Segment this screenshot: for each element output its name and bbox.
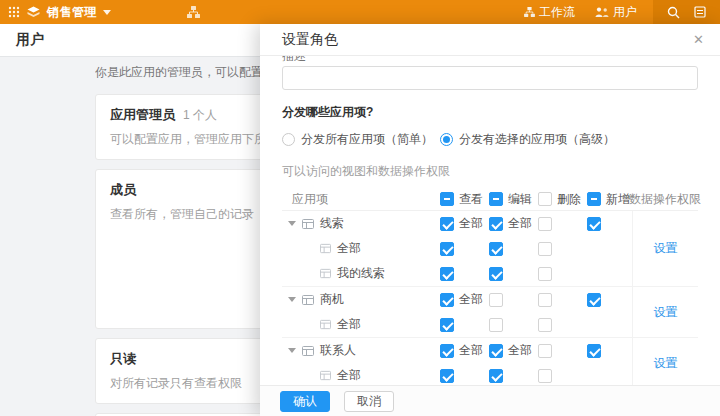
perm-checkbox[interactable] (587, 344, 601, 358)
radio-icon (282, 133, 295, 146)
header-col-查看: 查看 (440, 191, 489, 208)
settings-link[interactable]: 设置 (654, 355, 678, 372)
table-body: 线索全部全部全部我的线索设置商机全部全部设置联系人全部全部全部设置客户- (282, 211, 698, 385)
caret-down-icon[interactable] (288, 348, 296, 353)
app-logo-icon (26, 6, 41, 19)
table-caption: 可以访问的视图和数据操作权限 (282, 163, 698, 180)
row-name-cell[interactable]: 我的线索 (282, 265, 440, 282)
nav-users-label: 用户 (613, 4, 637, 21)
confirm-button[interactable]: 确认 (280, 391, 330, 412)
nav-users[interactable]: 用户 (585, 0, 647, 24)
people-icon (595, 7, 609, 17)
description-input[interactable] (282, 66, 698, 90)
app-grid-icon[interactable] (8, 6, 20, 18)
row-name: 全部 (337, 316, 361, 333)
perm-cell: 全部 (489, 342, 538, 359)
table-grid-icon (302, 218, 314, 230)
radio-selected-icon (440, 133, 453, 146)
cancel-button[interactable]: 取消 (344, 391, 394, 412)
settings-link[interactable]: 设置 (654, 304, 678, 321)
perm-checkbox[interactable] (489, 344, 503, 358)
perm-checkbox[interactable] (538, 217, 552, 231)
perm-checkbox[interactable] (489, 318, 503, 332)
perm-checkbox[interactable] (489, 217, 503, 231)
column-label: 查看 (459, 191, 483, 208)
modal-body: 描述 分发哪些应用项? 分发所有应用项（简单） 分发有选择的应用项（高级） 可以… (260, 56, 720, 385)
row-name-cell[interactable]: 线索 (282, 215, 440, 232)
perm-checkbox[interactable] (538, 318, 552, 332)
perm-checkbox-label: 全部 (508, 342, 532, 359)
perm-checkbox[interactable] (489, 369, 503, 383)
perm-checkbox[interactable] (538, 369, 552, 383)
perm-checkbox[interactable] (538, 344, 552, 358)
perm-checkbox-label: 全部 (508, 215, 532, 232)
perm-checkbox[interactable] (440, 318, 454, 332)
nav-workflow[interactable]: 工作流 (514, 0, 585, 24)
row-name-cell[interactable]: 全部 (282, 367, 440, 384)
search-icon[interactable] (667, 6, 680, 19)
perm-group: 商机全部全部设置 (282, 287, 698, 338)
row-name-cell[interactable]: 全部 (282, 240, 440, 257)
perm-checkbox[interactable] (440, 267, 454, 281)
column-checkbox[interactable] (587, 192, 601, 206)
description-label-clipped: 描述 (282, 56, 698, 63)
perm-row: 我的线索 (282, 261, 632, 286)
perm-row: 线索全部全部 (282, 211, 632, 236)
perm-cell: 全部 (440, 342, 489, 359)
data-permission-cell: 设置 (632, 287, 698, 337)
column-app-item: 应用项 (282, 191, 440, 208)
radio-option-simple[interactable]: 分发所有应用项（简单） (282, 131, 440, 148)
perm-checkbox[interactable] (440, 242, 454, 256)
perm-checkbox[interactable] (489, 242, 503, 256)
app-switcher[interactable]: 销售管理 (47, 4, 97, 21)
perm-checkbox[interactable] (587, 217, 601, 231)
perm-checkbox-label: 全部 (459, 215, 483, 232)
table-grid-icon (320, 319, 331, 330)
modal-header: 设置角色 ✕ (260, 24, 720, 56)
topbar: 销售管理 (0, 0, 720, 24)
perm-checkbox[interactable] (440, 344, 454, 358)
caret-down-icon[interactable] (288, 297, 296, 302)
settings-link[interactable]: 设置 (654, 240, 678, 257)
row-name: 线索 (320, 215, 344, 232)
perm-cell (587, 217, 632, 231)
row-name-cell[interactable]: 联系人 (282, 342, 440, 359)
data-permission-cell: 设置 (632, 211, 698, 286)
topbar-utilities (653, 0, 720, 24)
perm-cell: 全部 (489, 215, 538, 232)
row-name-cell[interactable]: 全部 (282, 316, 440, 333)
perm-checkbox[interactable] (440, 217, 454, 231)
modal-title: 设置角色 (282, 31, 338, 49)
chevron-down-icon (103, 10, 111, 15)
perm-checkbox[interactable] (440, 369, 454, 383)
perm-checkbox[interactable] (538, 267, 552, 281)
row-name: 商机 (320, 291, 344, 308)
close-icon[interactable]: ✕ (693, 33, 704, 46)
table-grid-icon (320, 243, 331, 254)
header-col-编辑: 编辑 (489, 191, 538, 208)
perm-cell (489, 293, 538, 307)
column-checkbox[interactable] (489, 192, 503, 206)
sitemap-icon[interactable] (187, 6, 200, 18)
caret-down-icon[interactable] (288, 221, 296, 226)
column-label: 新增 (606, 191, 630, 208)
perm-checkbox[interactable] (489, 293, 503, 307)
perm-checkbox[interactable] (440, 293, 454, 307)
list-icon[interactable] (694, 6, 706, 18)
perm-checkbox-label: 全部 (459, 291, 483, 308)
perm-checkbox[interactable] (538, 242, 552, 256)
perm-checkbox[interactable] (489, 267, 503, 281)
perm-row: 联系人全部全部 (282, 338, 632, 363)
modal-footer: 确认 取消 (260, 385, 720, 416)
perm-cell (538, 344, 587, 358)
column-label: 编辑 (508, 191, 532, 208)
perm-checkbox[interactable] (587, 293, 601, 307)
row-name: 全部 (337, 367, 361, 384)
column-checkbox[interactable] (538, 192, 552, 206)
set-role-modal: 设置角色 ✕ 描述 分发哪些应用项? 分发所有应用项（简单） 分发有选择的应用项… (260, 24, 720, 416)
column-checkbox[interactable] (440, 192, 454, 206)
row-name-cell[interactable]: 商机 (282, 291, 440, 308)
perm-checkbox[interactable] (538, 293, 552, 307)
topbar-right: 工作流 用户 (514, 0, 720, 24)
radio-option-advanced[interactable]: 分发有选择的应用项（高级） (440, 131, 615, 148)
